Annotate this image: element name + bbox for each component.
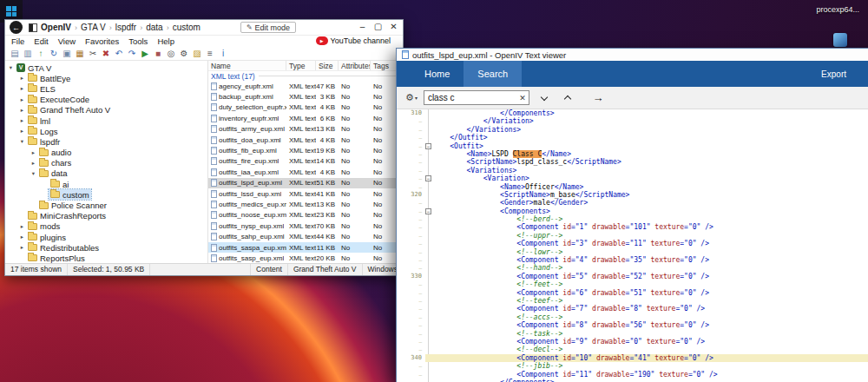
code-line[interactable]: – <Component id="3" drawable="11" textur…: [397, 240, 868, 247]
code-line[interactable]: – <!--task-->: [397, 330, 868, 338]
file-row-outfits-lssd-eup-xml[interactable]: outfits_lssd_eup.xmlXML text41 KBNoNo: [208, 188, 403, 199]
stop-icon[interactable]: ■: [152, 48, 164, 60]
breadcrumb-item-gta-v[interactable]: GTA V: [81, 23, 106, 32]
undo-icon[interactable]: ↶: [113, 48, 125, 60]
code-line[interactable]: – <Component id="11" drawable="190" text…: [397, 371, 868, 379]
file-row-outfits-fib-eup-xml[interactable]: outfits_fib_eup.xmlXML text19 KBNoNo: [208, 145, 403, 155]
search-options-button[interactable]: ⚙▾: [405, 92, 418, 103]
go-button[interactable]: →: [589, 89, 607, 107]
file-row-outfits-fire-eup-xml[interactable]: outfits_fire_eup.xmlXML text14 KBNoNo: [208, 156, 403, 167]
settings-icon[interactable]: ⚙: [178, 48, 190, 60]
file-row-outfits-sahp-eup-xml[interactable]: outfits_sahp_eup.xmlXML text44 KBNoNo: [208, 231, 403, 241]
code-line[interactable]: – </Outfit>: [397, 134, 868, 142]
code-line[interactable]: – <Component id="7" drawable="8" texture…: [397, 305, 868, 313]
open-archive-icon[interactable]: ▥: [22, 48, 34, 60]
file-row-outfits-army-eup-xml[interactable]: outfits_army_eup.xmlXML text13 KBNoNo: [208, 124, 403, 135]
search-input[interactable]: [424, 91, 513, 104]
code-line[interactable]: – <Name>Officer</Name>: [397, 183, 868, 191]
fold-toggle-icon[interactable]: −: [425, 208, 431, 214]
code-line[interactable]: – <!--teef-->: [397, 297, 868, 305]
code-line[interactable]: – <!--decl-->: [397, 346, 868, 353]
chevron-right-icon[interactable]: ▸: [18, 234, 26, 240]
tree-item-grand-theft-auto-v[interactable]: ▸Grand Theft Auto V: [5, 105, 207, 115]
file-row-agency-eupfr-xml[interactable]: agency_eupfr.xmlXML text47 KBNoNo: [208, 81, 403, 91]
breadcrumb-item-data[interactable]: data: [146, 23, 162, 32]
menu-edit[interactable]: Edit: [34, 36, 48, 46]
tab-search[interactable]: Search: [464, 61, 522, 87]
column-header-size[interactable]: Size: [316, 61, 339, 70]
up-level-icon[interactable]: ↑: [35, 48, 47, 60]
column-header-name[interactable]: Name: [208, 61, 286, 70]
code-line[interactable]: – <Component id="9" drawable="0" texture…: [397, 338, 868, 346]
tree-item-redistributables[interactable]: ▸Redistributables: [5, 242, 207, 253]
column-header-attributes[interactable]: Attributes: [339, 61, 371, 70]
folder-icon[interactable]: ▨: [191, 48, 203, 60]
file-row-inventory-eupfr-xml[interactable]: inventory_eupfr.xmlXML text6 KBNoNo: [208, 113, 403, 123]
tree-item-ai[interactable]: ai: [5, 179, 207, 189]
file-row-outfits-saspa-eup-xml[interactable]: outfits_saspa_eup.xmlXML text11 KBNoNo: [208, 242, 403, 253]
breadcrumb-item-custom[interactable]: custom: [173, 23, 201, 32]
code-line[interactable]: –− <Variation>: [397, 175, 868, 182]
chevron-right-icon[interactable]: ▸: [18, 75, 26, 82]
tree-item-battleye[interactable]: ▸BattlEye: [5, 73, 207, 83]
chevron-right-icon[interactable]: ▸: [18, 96, 26, 103]
find-previous-button[interactable]: [559, 89, 576, 107]
tree-item-logs[interactable]: ▸Logs: [5, 126, 207, 136]
minimize-button[interactable]: –: [357, 22, 368, 31]
info-icon[interactable]: i: [217, 48, 229, 60]
file-row-backup-eupfr-xml[interactable]: backup_eupfr.xmlXML text3 KBNoNo: [208, 91, 403, 102]
chevron-right-icon[interactable]: ▸: [30, 160, 37, 167]
code-line[interactable]: – <Gender>male</Gender>: [397, 199, 868, 207]
tree-item-police-scanner[interactable]: Police Scanner: [5, 200, 207, 210]
fold-toggle-icon[interactable]: −: [425, 175, 431, 181]
file-row-outfits-noose-eup-xml[interactable]: outfits_noose_eup.xmlXML text23 KBNoNo: [208, 210, 403, 221]
tree-item-chars[interactable]: ▸chars: [5, 158, 207, 168]
file-row-outfits-nysp-eup-xml[interactable]: outfits_nysp_eup.xmlXML text70 KBNoNo: [208, 221, 403, 231]
code-line[interactable]: – <Component id="6" drawable="51" textur…: [397, 289, 868, 297]
maximize-button[interactable]: ▢: [372, 22, 384, 31]
refresh-icon[interactable]: ↻: [48, 48, 60, 60]
tree-item-mods[interactable]: ▸mods: [5, 221, 207, 232]
chevron-down-icon[interactable]: ▾: [7, 64, 15, 71]
file-row-outfits-doa-eup-xml[interactable]: outfits_doa_eup.xmlXML text4 KBNoNo: [208, 135, 403, 145]
back-button[interactable]: ←: [10, 21, 23, 34]
tree-item-custom[interactable]: custom: [5, 189, 207, 200]
code-line[interactable]: – <Component id="8" drawable="56" textur…: [397, 321, 868, 329]
chevron-down-icon[interactable]: ▾: [18, 138, 26, 145]
column-header-type[interactable]: Type: [286, 61, 316, 70]
tree-item-reportsplus[interactable]: ReportsPlus: [5, 253, 207, 263]
tree-item-els[interactable]: ▸ELS: [5, 83, 207, 94]
code-line[interactable]: 310 </Components>: [397, 109, 868, 117]
chevron-right-icon[interactable]: ▸: [18, 85, 26, 92]
desktop-shortcut-label[interactable]: procexp64...: [816, 5, 859, 14]
code-line[interactable]: – <!--hand-->: [397, 264, 868, 272]
code-line[interactable]: – <Variations>: [397, 167, 868, 175]
fold-toggle-icon[interactable]: −: [425, 143, 431, 149]
tree-item-data[interactable]: ▾data: [5, 168, 207, 179]
desktop-shortcut-icon[interactable]: [833, 33, 847, 47]
code-line[interactable]: – <!--uppr-->: [397, 232, 868, 240]
clear-search-icon[interactable]: ✕: [519, 94, 526, 102]
code-line[interactable]: – <!--accs-->: [397, 313, 868, 321]
code-line[interactable]: –− <Outfit>: [397, 142, 868, 150]
chevron-right-icon[interactable]: ▸: [18, 128, 26, 135]
tree-item-executecode[interactable]: ▸ExecuteCode: [5, 95, 207, 105]
group-label[interactable]: XML text (17): [211, 72, 255, 81]
tree-item-lspdfr[interactable]: ▾lspdfr: [5, 136, 207, 147]
menu-file[interactable]: File: [11, 36, 24, 46]
redo-icon[interactable]: ↷: [126, 48, 138, 60]
code-editor[interactable]: 310 </Components>– </Variation>– </Varia…: [397, 109, 868, 382]
breadcrumb-item-openiv[interactable]: OpenIV: [41, 23, 71, 32]
code-line[interactable]: – <Component id="1" drawable="101" textu…: [397, 223, 868, 231]
chevron-right-icon[interactable]: ▸: [30, 149, 37, 156]
file-row-outfits-medics-eup-xml[interactable]: outfits_medics_eup.xmlXML text13 KBNoNo: [208, 199, 403, 209]
tab-home[interactable]: Home: [411, 61, 464, 87]
edit-mode-button[interactable]: ✎ Edit mode: [240, 22, 296, 33]
code-line[interactable]: – </Variation>: [397, 117, 868, 125]
code-line[interactable]: –− <Components>: [397, 207, 868, 215]
code-line[interactable]: – <Name>LSPD Class C</Name>: [397, 150, 868, 158]
code-line[interactable]: – </Components>: [397, 379, 868, 382]
close-button[interactable]: ✕: [388, 22, 399, 31]
menu-tools[interactable]: Tools: [128, 36, 148, 46]
list-icon[interactable]: ≡: [204, 48, 216, 60]
